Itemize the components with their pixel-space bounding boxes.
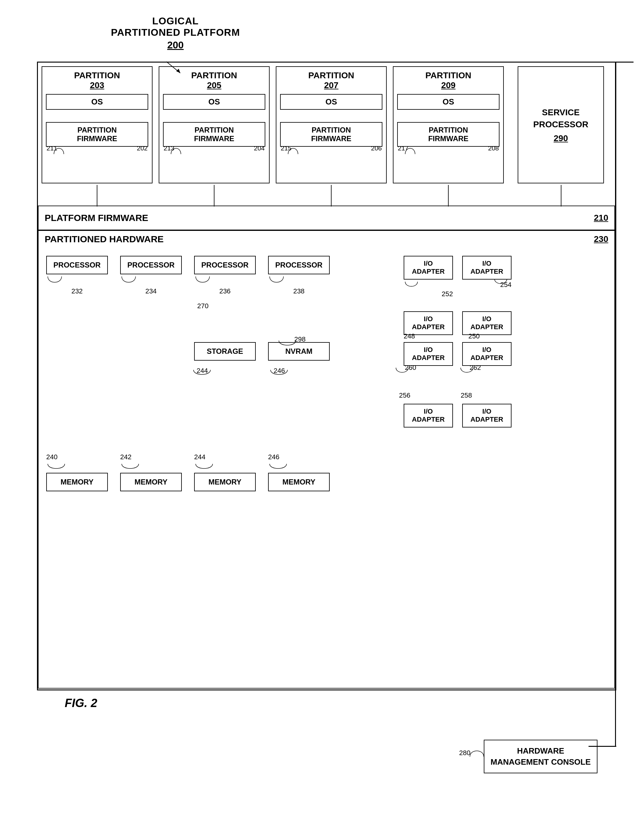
ref-250: 250 [468, 332, 480, 340]
ref-242-above: 242 [120, 453, 182, 461]
io-adapter-262: I/OADAPTER [462, 342, 512, 366]
storage-label: STORAGE [194, 342, 256, 361]
ref-270: 270 [197, 302, 209, 310]
ref-256: 256 [399, 391, 411, 399]
memory-244: 244 MEMORY [194, 453, 256, 491]
partition-207: PARTITION 207 OS 215 206 PARTITIONFIRMWA… [276, 66, 387, 183]
service-processor-box: SERVICEPROCESSOR 290 [518, 66, 604, 183]
ref-204: 204 [254, 144, 265, 152]
partition-203-firmware: PARTITIONFIRMWARE [46, 122, 148, 147]
io-adapter-bottom-right: I/OADAPTER [462, 404, 512, 428]
io-adapter-252: I/OADAPTER 252 [404, 256, 453, 298]
memory-244-box: MEMORY [194, 473, 256, 491]
ref-232: 232 [46, 287, 108, 295]
processor-238: PROCESSOR 238 [268, 256, 330, 295]
diagram-title-line1: LOGICAL [111, 15, 240, 27]
ref-244-above: 244 [194, 453, 256, 461]
processor-236-box: PROCESSOR [194, 256, 256, 274]
memory-242: 242 MEMORY [120, 453, 182, 491]
ref-236: 236 [194, 287, 256, 295]
partition-209-os: OS [397, 94, 500, 110]
processor-234: PROCESSOR 234 [120, 256, 182, 295]
partition-207-os: OS [280, 94, 382, 110]
ref-248: 248 [404, 332, 415, 340]
partition-205-number: 205 [163, 80, 265, 90]
io-adapter-262-box: I/OADAPTER [462, 342, 512, 366]
ref-234: 234 [120, 287, 182, 295]
memory-240-box: MEMORY [46, 473, 108, 491]
processor-234-box: PROCESSOR [120, 256, 182, 274]
io-adapter-248-box: I/OADAPTER [404, 311, 453, 335]
platform-firmware-number: 210 [594, 213, 608, 223]
io-adapter-252-box: I/OADAPTER [404, 256, 453, 279]
processor-232-box: PROCESSOR [46, 256, 108, 274]
memory-246: 246 MEMORY [268, 453, 330, 491]
partition-205-firmware: PARTITIONFIRMWARE [163, 122, 265, 147]
io-adapter-250-box: I/OADAPTER [462, 311, 512, 335]
io-adapter-260-box: I/OADAPTER [404, 342, 453, 366]
ref-258: 258 [461, 391, 472, 399]
fig-label: FIG. 2 [65, 697, 97, 710]
platform-firmware-box: PLATFORM FIRMWARE 210 [38, 206, 615, 230]
ref-202: 202 [137, 144, 147, 152]
partition-205: PARTITION 205 OS 213 204 PARTITIONFIRMWA… [159, 66, 270, 183]
partition-203-title: PARTITION [46, 71, 148, 80]
processor-238-box: PROCESSOR [268, 256, 330, 274]
ref-240-above: 240 [46, 453, 108, 461]
ref-246-above: 246 [268, 453, 330, 461]
hmc-box: HARDWAREMANAGEMENT CONSOLE [484, 740, 598, 773]
platform-firmware-label: PLATFORM FIRMWARE [44, 213, 148, 223]
partition-209-title: PARTITION [397, 71, 500, 80]
io-adapter-248: I/OADAPTER [404, 311, 453, 335]
io-adapter-bottom-right-box: I/OADAPTER [462, 404, 512, 428]
io-adapter-bottom-left: I/OADAPTER [404, 404, 453, 428]
io-adapter-260: I/OADAPTER [404, 342, 453, 366]
memory-242-box: MEMORY [120, 473, 182, 491]
io-adapter-254-box: I/OADAPTER [462, 256, 512, 279]
partition-209: PARTITION 209 OS 217 208 PARTITIONFIRMWA… [393, 66, 504, 183]
diagram-title-number: 200 [111, 40, 240, 51]
partition-203-os: OS [46, 94, 148, 110]
partition-207-title: PARTITION [280, 71, 382, 80]
io-adapter-bottom-left-box: I/OADAPTER [404, 404, 453, 428]
ref-206: 206 [371, 144, 382, 152]
partition-203-number: 203 [46, 80, 148, 90]
ref-252: 252 [404, 290, 453, 298]
partitioned-hardware-number: 230 [594, 234, 608, 244]
service-processor-number: 290 [554, 134, 568, 143]
io-adapter-254: I/OADAPTER 254 [462, 256, 512, 289]
processor-232: PROCESSOR 232 [46, 256, 108, 295]
partition-209-number: 209 [397, 80, 500, 90]
io-adapter-250: I/OADAPTER [462, 311, 512, 335]
partition-207-number: 207 [280, 80, 382, 90]
ref-208: 208 [488, 144, 499, 152]
memory-246-box: MEMORY [268, 473, 330, 491]
processor-236: PROCESSOR 236 [194, 256, 256, 295]
storage-box: STORAGE [194, 342, 256, 361]
partition-207-firmware: PARTITIONFIRMWARE [280, 122, 382, 147]
diagram-title-line2: PARTITIONED PLATFORM [111, 27, 240, 38]
partition-205-os: OS [163, 94, 265, 110]
ref-238: 238 [268, 287, 330, 295]
memory-240: 240 MEMORY [46, 453, 108, 491]
partition-203: PARTITION 203 OS 211 202 PARTITIONFIRMWA… [41, 66, 153, 183]
partition-209-firmware: PARTITIONFIRMWARE [397, 122, 500, 147]
service-processor-title: SERVICEPROCESSOR [534, 106, 589, 130]
partitioned-hardware-label: PARTITIONED HARDWARE [44, 234, 164, 244]
partition-205-title: PARTITION [163, 71, 265, 80]
